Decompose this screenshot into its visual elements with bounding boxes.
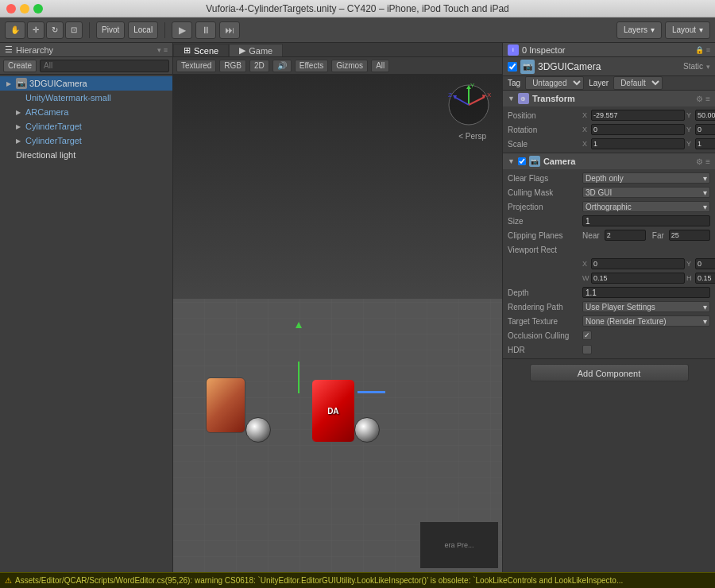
target-texture-dropdown[interactable]: None (Render Texture) ▾ xyxy=(582,315,710,327)
separator-1 xyxy=(89,22,90,38)
vp-x-field: X xyxy=(582,258,685,269)
rendering-label: Rendering Path xyxy=(508,303,579,311)
hier-label: ARCamera xyxy=(25,107,68,117)
rot-x-input[interactable] xyxy=(591,124,685,135)
vp-h-input[interactable] xyxy=(695,273,715,284)
hier-item-cylinder2[interactable]: ▶ CylinderTarget xyxy=(0,133,172,148)
hier-item-arcamera[interactable]: ▶ ARCamera xyxy=(0,105,172,119)
vp-w-input[interactable] xyxy=(591,273,685,284)
camera-title: Camera xyxy=(543,157,693,166)
size-input[interactable] xyxy=(582,215,710,226)
vp-x-input[interactable] xyxy=(591,258,685,269)
scale-x-input[interactable] xyxy=(591,138,685,149)
projection-dropdown[interactable]: Orthographic ▾ xyxy=(582,201,710,212)
hier-item-watermark[interactable]: UnityWatermark-small xyxy=(0,91,172,105)
camera-header[interactable]: ▼ 📷 Camera ⚙ ≡ xyxy=(503,153,715,169)
scene-view[interactable]: DA Y X xyxy=(173,75,502,572)
camera-enable-checkbox[interactable] xyxy=(518,157,526,165)
pos-x-input[interactable] xyxy=(591,110,685,121)
hierarchy-list: ▶ 📷 3DGUICamera UnityWatermark-small ▶ A… xyxy=(0,75,172,572)
window-title: Vuforia-4-CylinderTargets.unity – CY420 … xyxy=(206,3,509,14)
culling-mask-row: Culling Mask 3D GUI ▾ xyxy=(503,185,715,199)
depth-input[interactable] xyxy=(582,287,710,298)
hier-item-3dguicamera[interactable]: ▶ 📷 3DGUICamera xyxy=(0,76,172,91)
viewport-wh-row: W H xyxy=(503,271,715,285)
effects-button[interactable]: Effects xyxy=(295,60,328,72)
maximize-button[interactable] xyxy=(33,4,43,14)
near-input[interactable] xyxy=(605,230,646,241)
rotate-tool[interactable]: ↻ xyxy=(46,21,64,39)
layer-dropdown[interactable]: Default xyxy=(613,76,663,90)
vp-y-field: Y xyxy=(686,258,715,269)
y-label: Y xyxy=(686,111,694,119)
create-button[interactable]: Create xyxy=(3,60,37,72)
rgb-button[interactable]: RGB xyxy=(219,60,246,72)
collapse-icon: ▼ xyxy=(508,157,515,165)
hierarchy-options[interactable]: ▾ ≡ xyxy=(157,46,168,54)
camera-settings[interactable]: ⚙ ≡ xyxy=(696,157,710,166)
can-right: DA xyxy=(311,379,355,443)
transform-settings[interactable]: ⚙ ≡ xyxy=(696,95,710,103)
target-texture-value: None (Render Texture) xyxy=(586,317,667,326)
near-label: Near xyxy=(582,231,600,240)
hdr-row: HDR xyxy=(503,342,715,357)
tab-scene[interactable]: ⊞ Scene xyxy=(173,44,229,56)
rot-y-input[interactable] xyxy=(695,124,715,135)
all-button[interactable]: All xyxy=(371,60,389,72)
scale-tool[interactable]: ⊡ xyxy=(65,21,83,39)
play-button[interactable]: ▶ xyxy=(172,21,192,39)
rendering-dropdown[interactable]: Use Player Settings ▾ xyxy=(582,301,710,312)
separator-2 xyxy=(164,22,165,38)
clear-flags-dropdown[interactable]: Depth only ▾ xyxy=(582,172,710,184)
scale-row: Scale X Y Z xyxy=(503,137,715,151)
y-label: Y xyxy=(686,260,694,268)
scale-x-field: X xyxy=(582,138,685,149)
step-button[interactable]: ⏭ xyxy=(219,21,240,39)
close-button[interactable] xyxy=(6,4,16,14)
inspector-panel: i 0 Inspector 🔒 ≡ 📷 3DGUICamera Static ▾… xyxy=(502,43,715,572)
pause-button[interactable]: ⏸ xyxy=(195,21,216,39)
hier-item-cylinder1[interactable]: ▶ CylinderTarget xyxy=(0,119,172,133)
culling-mask-dropdown[interactable]: 3D GUI ▾ xyxy=(582,187,710,198)
hand-tool[interactable]: ✋ xyxy=(5,21,25,39)
gizmos-button[interactable]: Gizmos xyxy=(331,60,368,72)
depth-label: Depth xyxy=(508,288,579,297)
target-texture-row: Target Texture None (Render Texture) ▾ xyxy=(503,314,715,328)
layers-dropdown[interactable]: Layers ▾ xyxy=(616,21,662,39)
scale-y-input[interactable] xyxy=(695,138,715,149)
far-input[interactable] xyxy=(669,230,710,241)
local-button[interactable]: Local xyxy=(128,21,158,39)
layer-label: Layer xyxy=(589,79,609,87)
tag-dropdown[interactable]: Untagged xyxy=(525,76,584,90)
transform-header[interactable]: ▼ ⊕ Transform ⚙ ≡ xyxy=(503,91,715,106)
pos-y-input[interactable] xyxy=(695,110,715,121)
hierarchy-search[interactable] xyxy=(40,60,169,72)
center-panel: ⊞ Scene ▶ Game Textured RGB 2D 🔊 Effects… xyxy=(173,43,502,572)
textured-button[interactable]: Textured xyxy=(176,60,216,72)
persp-label: < Persp xyxy=(458,132,486,141)
tag-label: Tag xyxy=(508,79,520,87)
occlusion-checkbox[interactable]: ✓ xyxy=(582,331,592,340)
hdr-checkbox[interactable] xyxy=(582,345,592,354)
object-active-checkbox[interactable] xyxy=(508,62,517,72)
static-dropdown[interactable]: ▾ xyxy=(706,63,710,71)
tab-game[interactable]: ▶ Game xyxy=(229,44,283,56)
minimize-button[interactable] xyxy=(20,4,29,14)
add-component-button[interactable]: Add Component xyxy=(530,364,689,381)
pivot-button[interactable]: Pivot xyxy=(96,21,125,39)
tag-row: Tag Untagged Layer Default xyxy=(503,76,715,91)
target-texture-label: Target Texture xyxy=(508,317,579,326)
pos-x-field: X xyxy=(582,110,685,121)
vp-y-input[interactable] xyxy=(695,258,715,269)
inspector-title: 0 Inspector xyxy=(522,45,565,55)
2d-button[interactable]: 2D xyxy=(249,60,269,72)
move-tool[interactable]: ✛ xyxy=(27,21,44,39)
inspector-lock[interactable]: 🔒 ≡ xyxy=(695,46,710,54)
hier-item-directional[interactable]: Directional light xyxy=(0,148,172,162)
audio-button[interactable]: 🔊 xyxy=(272,60,292,72)
collapse-icon: ▼ xyxy=(508,95,515,103)
clipping-row: Clipping Planes Near Far xyxy=(503,228,715,242)
hierarchy-header: ☰ Hierarchy ▾ ≡ xyxy=(0,43,172,57)
layout-dropdown[interactable]: Layout ▾ xyxy=(665,21,710,39)
occlusion-label: Occlusion Culling xyxy=(508,331,579,340)
